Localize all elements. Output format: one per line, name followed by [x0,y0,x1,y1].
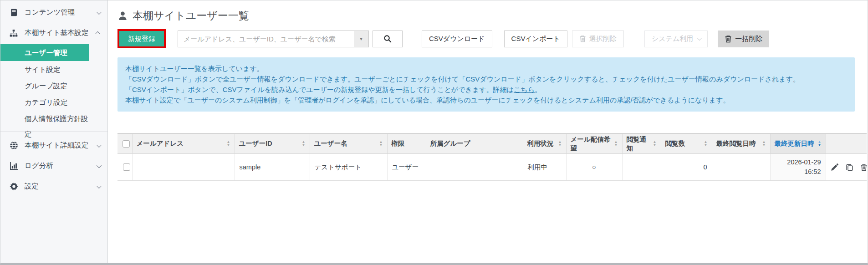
sidebar: コンテンツ管理 本棚サイト基本設定 ユーザー管理 サイト設定 グループ設定 カテ… [0,0,108,263]
bulk-delete-label: 一括削除 [735,35,762,43]
search-input[interactable] [178,31,354,47]
sort-icon[interactable]: ▲▼ [379,141,383,147]
sidebar-item-settings[interactable]: 設定 [0,176,107,197]
sidebar-item-site-detail-settings[interactable]: 本棚サイト詳細設定 [0,135,107,156]
sort-icon[interactable]: ▲▼ [558,141,562,147]
edit-icon[interactable] [831,163,839,171]
header-mail-optin[interactable]: メール配信希望▲▼ [566,134,622,154]
book-icon [9,8,18,17]
chevron-down-icon [97,163,102,168]
sort-icon[interactable]: ▲▼ [653,141,657,147]
new-register-button[interactable]: 新規登録 [119,31,164,46]
cell-usage-status: 利用中 [523,154,566,181]
sort-icon[interactable]: ▲▼ [704,141,708,147]
csv-import-button[interactable]: CSVインポート [504,31,567,47]
cell-view-notify [622,154,661,181]
cell-role: ユーザー [387,154,426,181]
system-use-dropdown[interactable]: システム利用 [644,31,708,47]
sidebar-item-privacy-policy-settings[interactable]: 個人情報保護方針設定 [0,111,89,127]
table-row: sample テストサポート ユーザー 利用中 ○ 0 2026-01-29 1… [117,154,867,181]
header-group: 所属グループ [426,134,523,154]
info-line-2: 「CSVダウンロード」ボタンで全ユーザー情報をダウンロードできます。ユーザーごと… [125,74,847,84]
info-line-3-text: 「CSVインポート」ボタンで、CSVファイルを読み込んでユーザーの新規登録や更新… [125,86,514,93]
header-view-notify[interactable]: 閲覧通知▲▼ [622,134,661,154]
last-updated-date: 2026-01-29 [775,158,821,167]
header-user-name[interactable]: ユーザー名▲▼ [310,134,387,154]
user-icon [117,10,128,21]
info-line-4: 本棚サイト設定で「ユーザーのシステム利用制御」を「管理者がログインを承認」にして… [125,95,847,105]
select-all-checkbox[interactable] [123,140,130,148]
table-header-row: メールアドレス▲▼ ユーザーID▲▼ ユーザー名▲▼ 権限 所属グループ 利用状… [117,134,867,154]
cell-user-id: sample [235,154,310,181]
copy-icon[interactable] [846,163,853,171]
page-title: 本棚サイトユーザー一覧 [117,9,855,23]
header-user-id[interactable]: ユーザーID▲▼ [235,134,310,154]
sort-icon[interactable]: ▲▼ [614,141,618,147]
chevron-down-icon [97,183,102,188]
sidebar-item-group-settings[interactable]: グループ設定 [0,78,89,94]
header-role: 権限 [387,134,426,154]
csv-download-button[interactable]: CSVダウンロード [422,31,492,47]
app-window: コンテンツ管理 本棚サイト基本設定 ユーザー管理 サイト設定 グループ設定 カテ… [0,0,868,265]
globe-icon [9,141,18,150]
sidebar-item-site-settings[interactable]: サイト設定 [0,62,89,77]
cell-view-count: 0 [661,154,712,181]
header-email[interactable]: メールアドレス▲▼ [132,134,235,154]
delete-icon[interactable] [860,163,868,171]
sidebar-item-content-management[interactable]: コンテンツ管理 [0,2,107,23]
sidebar-item-category-settings[interactable]: カテゴリ設定 [0,95,89,110]
chevron-down-icon [697,36,702,41]
gear-icon [9,182,18,191]
bulk-delete-button[interactable]: 一括削除 [718,31,769,47]
header-usage-status[interactable]: 利用状況▲▼ [523,134,566,154]
header-last-updated[interactable]: 最終更新日時▲▼ [770,134,826,154]
cell-group [426,154,523,181]
cell-last-updated: 2026-01-29 16:52 [770,154,826,181]
cell-last-viewed [712,154,770,181]
bar-chart-icon [9,162,18,171]
sort-icon[interactable]: ▲▼ [302,141,306,147]
info-line-3: 「CSVインポート」ボタンで、CSVファイルを読み込んでユーザーの新規登録や更新… [125,84,847,95]
toolbar: 新規登録 ▾ CSVダウンロード CSVインポート 選択削除 システム [117,29,855,48]
selected-delete-button[interactable]: 選択削除 [572,31,624,47]
sort-icon[interactable]: ▲▼ [762,141,766,147]
search-icon [383,35,392,43]
user-table: メールアドレス▲▼ ユーザーID▲▼ ユーザー名▲▼ 権限 所属グループ 利用状… [117,133,867,181]
sidebar-submenu: ユーザー管理 サイト設定 グループ設定 カテゴリ設定 個人情報保護方針設定 [0,44,107,127]
sidebar-item-label: コンテンツ管理 [25,8,97,17]
info-line-1: 本棚サイトユーザー一覧を表示しています。 [125,63,847,74]
sidebar-item-label: ログ分析 [25,161,97,171]
annotation-highlight: 新規登録 [117,29,166,48]
chevron-down-icon [97,9,102,14]
search-button[interactable] [373,31,403,47]
sitemap-icon [9,29,18,38]
search-options-dropdown[interactable]: ▾ [354,31,368,47]
sidebar-divider [0,131,107,132]
sidebar-item-label: 本棚サイト詳細設定 [25,141,97,150]
row-checkbox[interactable] [123,163,130,171]
sort-icon[interactable]: ▲▼ [818,141,822,147]
header-view-count[interactable]: 閲覧数▲▼ [661,134,712,154]
header-last-viewed[interactable]: 最終閲覧日時▲▼ [712,134,770,154]
sidebar-item-site-basic-settings[interactable]: 本棚サイト基本設定 [0,23,107,43]
trash-icon [579,35,586,42]
sidebar-item-label: 設定 [25,182,97,191]
main-content: 本棚サイトユーザー一覧 新規登録 ▾ CSVダウンロード CSVインポート [108,0,868,263]
sidebar-item-user-management[interactable]: ユーザー管理 [0,44,89,61]
page-title-text: 本棚サイトユーザー一覧 [133,9,249,23]
selected-delete-label: 選択削除 [589,35,617,43]
chevron-down-icon [97,142,102,147]
details-link[interactable]: こちら [514,86,535,93]
header-actions [826,134,867,154]
trash-icon [725,35,732,43]
info-box: 本棚サイトユーザー一覧を表示しています。 「CSVダウンロード」ボタンで全ユーザ… [117,57,855,112]
info-line-3-period: 。 [535,86,541,93]
system-use-label: システム利用 [652,35,693,43]
sidebar-item-label: 本棚サイト基本設定 [25,28,97,38]
cell-actions [826,154,867,181]
sort-icon[interactable]: ▲▼ [227,141,230,147]
sidebar-item-log-analysis[interactable]: ログ分析 [0,156,107,176]
last-updated-time: 16:52 [775,167,821,177]
cell-user-name: テストサポート [310,154,387,181]
search-box: ▾ [178,31,369,47]
